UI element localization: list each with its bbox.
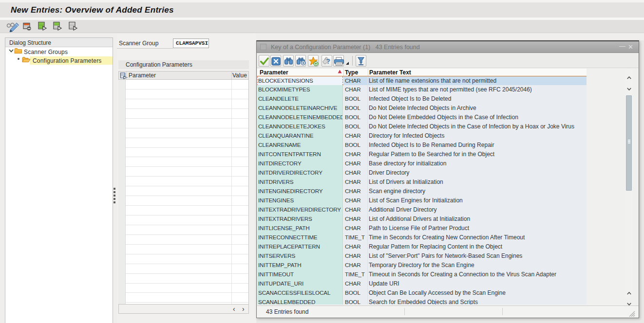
svg-text:?: ? — [326, 57, 331, 65]
